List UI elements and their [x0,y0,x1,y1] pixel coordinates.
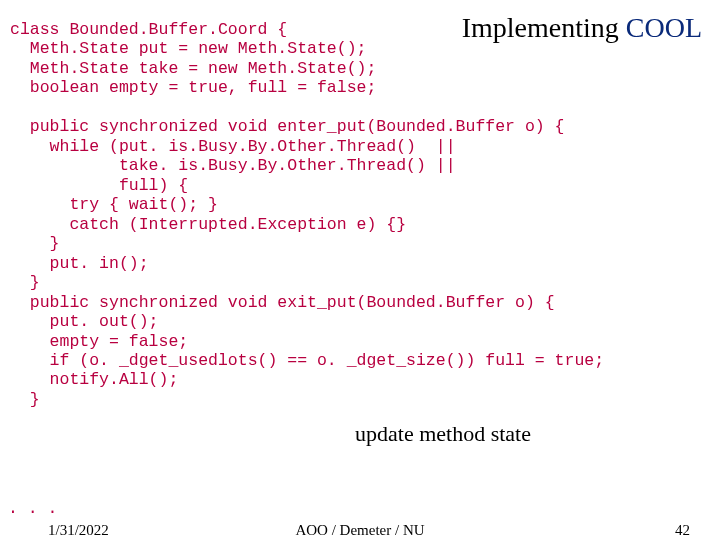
code-line: public synchronized void exit_put(Bounde… [10,293,555,312]
code-line: while (put. is.Busy.By.Other.Thread() || [10,137,456,156]
title-prefix: Implementing [462,12,626,43]
slide-title: Implementing COOL [462,12,702,44]
code-line: catch (Interrupted.Exception e) {} [10,215,406,234]
code-line: } [10,234,60,253]
code-line: full) { [10,176,188,195]
code-line: boolean empty = true, full = false; [10,78,376,97]
code-line: if (o. _dget_usedlots() == o. _dget_size… [10,351,604,370]
code-block: class Bounded.Buffer.Coord { Meth.State … [10,20,710,409]
code-line: public synchronized void enter_put(Bound… [10,117,565,136]
code-line: put. out(); [10,312,159,331]
code-line: try { wait(); } [10,195,218,214]
ellipsis: . . . [8,499,58,518]
code-line: Meth.State put = new Meth.State(); [10,39,366,58]
code-line: take. is.Busy.By.Other.Thread() || [10,156,456,175]
code-line: class Bounded.Buffer.Coord { [10,20,287,39]
code-line: put. in(); [10,254,149,273]
code-line: } [10,390,40,409]
footer-center: AOO / Demeter / NU [0,522,720,539]
code-line: empty = false; [10,332,188,351]
footer-page-number: 42 [675,522,690,539]
annotation-text: update method state [355,421,531,447]
code-line: notify.All(); [10,370,178,389]
code-line: Meth.State take = new Meth.State(); [10,59,376,78]
slide: Implementing COOL class Bounded.Buffer.C… [0,0,720,540]
title-highlight: COOL [626,12,702,43]
code-line: } [10,273,40,292]
